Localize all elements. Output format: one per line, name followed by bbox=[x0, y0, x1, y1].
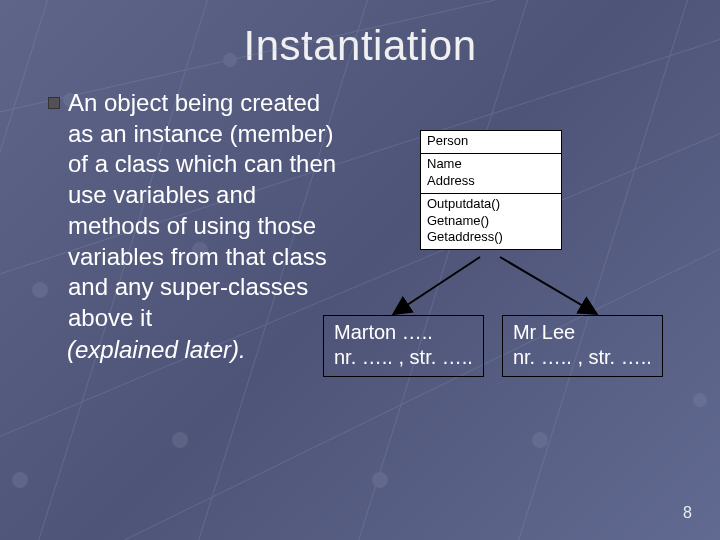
instance-box-right: Mr Lee nr. ….. , str. ….. bbox=[502, 315, 663, 377]
bullet-area: An object being created as an instance (… bbox=[48, 88, 338, 364]
instance-line: Marton ….. bbox=[334, 320, 473, 345]
svg-point-17 bbox=[693, 393, 707, 407]
uml-class-name: Person bbox=[421, 131, 561, 154]
bullet-text: An object being created as an instance (… bbox=[68, 88, 338, 334]
svg-line-19 bbox=[500, 257, 595, 313]
uml-method: Outputdata() bbox=[427, 196, 555, 213]
instance-line: nr. ….. , str. ….. bbox=[334, 345, 473, 370]
page-title: Instantiation bbox=[0, 0, 720, 70]
uml-attribute: Address bbox=[427, 173, 555, 190]
bullet-item: An object being created as an instance (… bbox=[48, 88, 338, 334]
uml-class-box: Person Name Address Outputdata() Getname… bbox=[420, 130, 562, 250]
svg-point-15 bbox=[12, 472, 28, 488]
instances-row: Marton ….. nr. ….. , str. ….. Mr Lee nr.… bbox=[323, 315, 663, 377]
svg-point-11 bbox=[32, 282, 48, 298]
svg-point-14 bbox=[532, 432, 548, 448]
svg-point-13 bbox=[372, 472, 388, 488]
uml-attribute: Name bbox=[427, 156, 555, 173]
instance-line: nr. ….. , str. ….. bbox=[513, 345, 652, 370]
bullet-icon bbox=[48, 97, 60, 109]
uml-method: Getname() bbox=[427, 213, 555, 230]
svg-line-18 bbox=[395, 257, 480, 313]
bullet-note: (explained later). bbox=[67, 336, 338, 364]
slide-number: 8 bbox=[683, 504, 692, 522]
uml-method: Getaddress() bbox=[427, 229, 555, 246]
instance-line: Mr Lee bbox=[513, 320, 652, 345]
instance-box-left: Marton ….. nr. ….. , str. ….. bbox=[323, 315, 484, 377]
uml-attributes: Name Address bbox=[421, 154, 561, 194]
uml-methods: Outputdata() Getname() Getaddress() bbox=[421, 194, 561, 250]
svg-point-16 bbox=[172, 432, 188, 448]
